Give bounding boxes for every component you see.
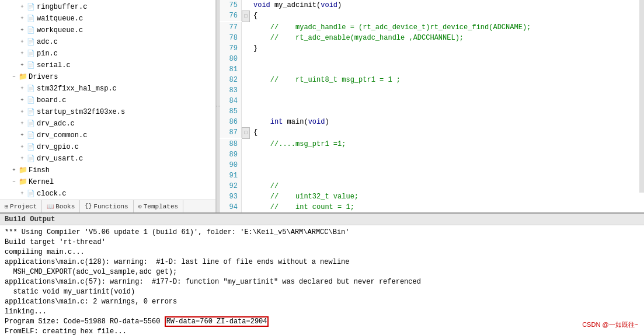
code-line-94: 94 // int count = 1; [220,202,644,212]
code-line-93: 93 // uint32_t value; [220,191,644,202]
expand-icon-startup: + [19,109,26,116]
line-num-86: 86 [220,117,242,127]
file-icon-drv-usart: 📄 [27,155,35,163]
tree-item-startup[interactable]: + 📄 startup_stm32f103xe.s [0,106,215,118]
fold-76[interactable]: □ [242,11,250,22]
code-text-87[interactable]: { [250,127,257,138]
code-text-92[interactable]: // [250,181,279,191]
tree-label-drv-usart: drv_usart.c [37,153,83,164]
code-text-94[interactable]: // int count = 1; [250,202,354,212]
tab-templates-label: Templates [144,203,178,210]
file-icon-stm32f1xx: 📄 [27,85,35,93]
build-line-5: applications\main.c(57): warning: #177-D… [5,277,639,287]
code-line-77: 77 // myadc_handle = (rt_adc_device_t)rt… [220,22,644,33]
code-line-79: 79 } [220,43,644,54]
tree-label-kernel: Kernel [29,177,54,187]
tree-item-finsh[interactable]: + 📁 Finsh [0,165,215,176]
code-text-77[interactable]: // myadc_handle = (rt_adc_device_t)rt_de… [250,22,531,33]
tree-item-pin[interactable]: + 📄 pin.c [0,48,215,60]
tree-label-finsh: Finsh [29,165,50,176]
build-line-7: applications\main.c: 2 warnings, 0 error… [5,297,639,307]
tree-item-waitqueue[interactable]: + 📄 waitqueue.c [0,13,215,25]
tree-label-pin: pin.c [37,48,58,59]
tree-label-stm32f1xx: stm32f1xx_hal_msp.c [37,83,117,94]
expand-icon-waitqueue: + [19,15,26,22]
fold-87[interactable]: □ [242,127,250,139]
tree-item-drv-gpio[interactable]: + 📄 drv_gpio.c [0,141,215,153]
build-line-8: linking... [5,307,639,317]
file-tree-content[interactable]: + 📄 ringbuffer.c + 📄 waitqueue.c + 📄 wor… [0,0,215,200]
folder-icon-drivers: 📁 [19,73,27,81]
code-text-82[interactable]: // rt_uint8_t msg_ptr1 = 1 ; [250,75,401,85]
code-text-86[interactable]: int main(void) [250,117,329,127]
tree-item-board[interactable]: + 📄 board.c [0,95,215,106]
tree-label-ringbuffer: ringbuffer.c [37,2,87,12]
expand-icon-board: + [19,97,26,104]
code-line-78: 78 // rt_adc_enable(myadc_handle ,ADCCHA… [220,33,644,43]
tree-item-drv-common[interactable]: + 📄 drv_common.c [0,130,215,141]
tree-label-clock: clock.c [37,189,66,199]
code-line-76: 76 □ { [220,11,644,22]
tree-item-workqueue[interactable]: + 📄 workqueue.c [0,25,215,36]
folder-icon-kernel: 📁 [19,178,27,186]
code-editor[interactable]: 75 void my_adcinit(void) 76 □ { 77 // my… [220,0,644,212]
tab-books[interactable]: 📖 Books [42,200,80,212]
code-line-83: 83 [220,85,644,96]
file-icon-waitqueue: 📄 [27,15,35,23]
file-icon-serial: 📄 [27,61,35,69]
code-text-93[interactable]: // uint32_t value; [250,191,358,202]
tree-label-drv-gpio: drv_gpio.c [37,142,79,152]
code-line-75: 75 void my_adcinit(void) [220,0,644,11]
tree-label-serial: serial.c [37,60,71,71]
main-content: + 📄 ringbuffer.c + 📄 waitqueue.c + 📄 wor… [0,0,644,212]
code-line-85: 85 [220,106,644,117]
tree-item-ringbuffer[interactable]: + 📄 ringbuffer.c [0,1,215,13]
tree-item-drv-usart[interactable]: + 📄 drv_usart.c [0,153,215,165]
code-text-78[interactable]: // rt_adc_enable(myadc_handle ,ADCCHANNE… [250,33,464,43]
template-icon: ⊙ [138,203,142,210]
tree-item-stm32f1xx[interactable]: + 📄 stm32f1xx_hal_msp.c [0,83,215,95]
code-text-88[interactable]: //....msg_ptr1 =1; [250,139,346,149]
file-icon-board: 📄 [27,96,35,104]
tree-item-kernel[interactable]: − 📁 Kernel [0,176,215,188]
code-text-79[interactable]: } [250,43,257,54]
code-text-76[interactable]: { [250,11,257,21]
book-icon: 📖 [47,203,54,210]
expand-icon-drv-common: + [19,132,26,139]
expand-icon-kernel: − [11,179,18,186]
code-line-80: 80 [220,54,644,64]
tree-label-waitqueue: waitqueue.c [37,13,83,24]
line-num-91: 91 [220,170,242,181]
csdn-watermark: CSDN @一如既往~ [582,320,638,329]
line-num-81: 81 [220,64,242,75]
code-text-75[interactable]: void my_adcinit(void) [250,0,342,11]
expand-icon-pin: + [19,50,26,57]
file-icon-clock: 📄 [27,190,35,198]
code-line-89: 89 [220,149,644,160]
bottom-tab-bar: ⊞ Project 📖 Books {} Functions ⊙ Templat… [0,200,215,212]
expand-icon-serial: + [19,62,26,69]
line-num-77: 77 [220,22,242,33]
tree-item-adc[interactable]: + 📄 adc.c [0,36,215,48]
line-num-79: 79 [220,43,242,54]
file-icon-drv-gpio: 📄 [27,143,35,151]
file-icon-drv-common: 📄 [27,131,35,139]
tab-project[interactable]: ⊞ Project [0,200,42,212]
build-line-3: applications\main.c(128): warning: #1-D:… [5,257,639,267]
expand-icon-drv-usart: + [19,155,26,162]
code-line-92: 92 // [220,181,644,191]
tree-label-workqueue: workqueue.c [37,25,83,36]
expand-icon-finsh: + [11,167,18,174]
code-line-82: 82 // rt_uint8_t msg_ptr1 = 1 ; [220,75,644,85]
code-line-91: 91 [220,170,644,181]
tree-item-drivers[interactable]: − 📁 Drivers [0,71,215,83]
tree-item-clock[interactable]: + 📄 clock.c [0,188,215,200]
tab-templates[interactable]: ⊙ Templates [134,200,183,212]
braces-icon: {} [85,203,92,210]
tree-item-drv-adc[interactable]: + 📄 drv_adc.c [0,118,215,130]
tab-functions[interactable]: {} Functions [80,200,133,212]
build-output-content[interactable]: *** Using Compiler 'V5.06 update 1 (buil… [0,225,644,335]
code-line-90: 90 [220,160,644,170]
tree-item-serial[interactable]: + 📄 serial.c [0,60,215,71]
line-num-93: 93 [220,191,242,202]
